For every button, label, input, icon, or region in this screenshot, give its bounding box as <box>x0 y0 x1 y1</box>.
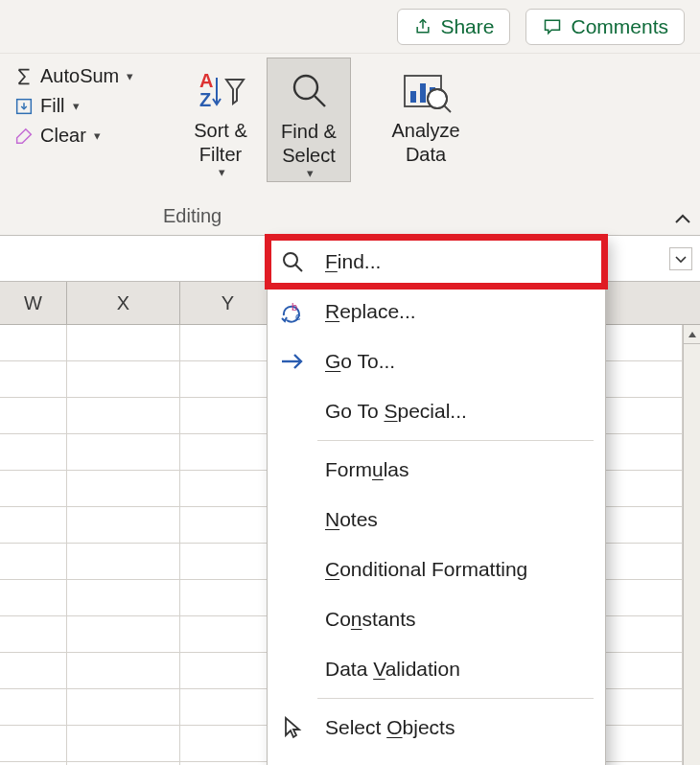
column-header-label: X <box>117 292 129 314</box>
magnifier-icon <box>280 249 305 274</box>
analyze-data-button[interactable]: Analyze Data <box>379 58 473 167</box>
sort-filter-label-2: Filter <box>199 144 242 165</box>
chevron-down-icon: ▾ <box>73 99 80 113</box>
sort-filter-icon: A Z <box>194 68 247 114</box>
menu-item-label: Conditional Formatting <box>325 558 527 581</box>
share-button[interactable]: Share <box>397 9 510 45</box>
menu-item-label: Notes <box>325 508 378 531</box>
menu-item-replace[interactable]: b c Replace... <box>268 287 605 336</box>
chevron-down-icon <box>674 254 688 264</box>
fill-label: Fill <box>40 95 65 117</box>
menu-item-selection-pane[interactable]: Selection Pane... <box>268 753 605 765</box>
sort-filter-label-1: Sort & <box>178 119 263 143</box>
analyze-data-label-2: Data <box>379 143 473 167</box>
scroll-up-button[interactable] <box>684 325 700 344</box>
svg-text:A: A <box>199 70 213 91</box>
menu-item-goto[interactable]: Go To... <box>268 336 605 386</box>
fill-button[interactable]: Fill ▾ <box>10 91 171 121</box>
svg-point-3 <box>294 76 317 99</box>
menu-item-label: Constants <box>325 608 416 631</box>
menu-separator <box>317 698 594 699</box>
share-icon <box>413 17 432 36</box>
menu-item-label: Data Validation <box>325 658 460 681</box>
svg-text:c: c <box>295 311 301 322</box>
menu-item-formulas[interactable]: Formulas <box>268 445 605 495</box>
find-select-menu: Find... b c Replace... Go To... Go To Sp… <box>267 236 606 765</box>
sort-filter-button[interactable]: A Z Sort & Filter ▾ <box>178 58 263 180</box>
replace-icon: b c <box>279 300 306 323</box>
svg-rect-6 <box>420 83 426 103</box>
autosum-button[interactable]: AutoSum ▾ <box>10 61 171 91</box>
sigma-icon <box>13 66 35 87</box>
menu-item-label: Select Objects <box>325 716 455 739</box>
svg-text:Z: Z <box>199 89 211 110</box>
column-header[interactable]: W <box>0 282 67 324</box>
chevron-down-icon: ▾ <box>180 165 263 180</box>
arrow-right-icon <box>279 352 306 371</box>
editing-small-commands: AutoSum ▾ Fill ▾ Clear ▾ <box>10 61 171 151</box>
menu-item-label: Formulas <box>325 458 409 481</box>
analyze-data-label-1: Analyze <box>379 119 473 143</box>
comments-button[interactable]: Comments <box>525 9 685 45</box>
column-header[interactable]: Y <box>180 282 276 324</box>
ribbon-editing-group: AutoSum ▾ Fill ▾ Clear ▾ A Z Sort & Filt… <box>0 54 700 236</box>
collapse-ribbon-button[interactable] <box>669 210 696 229</box>
clear-label: Clear <box>40 125 86 147</box>
menu-item-conditional-formatting[interactable]: Conditional Formatting <box>268 545 605 594</box>
autosum-label: AutoSum <box>40 65 119 87</box>
analyze-data-icon <box>399 68 453 114</box>
chevron-down-icon: ▾ <box>269 166 350 181</box>
column-header[interactable]: X <box>67 282 180 324</box>
magnifier-icon <box>287 70 331 114</box>
menu-item-label: Go To Special... <box>325 400 467 423</box>
title-bar-actions: Share Comments <box>0 0 700 54</box>
ribbon-group-label: Editing <box>163 205 222 227</box>
find-select-label-2: Select <box>282 145 336 166</box>
column-header-label: W <box>24 292 42 314</box>
menu-item-label: Find... <box>325 250 381 273</box>
svg-point-10 <box>284 253 297 267</box>
menu-item-data-validation[interactable]: Data Validation <box>268 644 605 694</box>
comments-icon <box>542 17 563 36</box>
comments-label: Comments <box>571 15 668 38</box>
menu-item-label: Replace... <box>325 300 416 323</box>
menu-item-label: Go To... <box>325 350 395 373</box>
eraser-icon <box>13 126 35 147</box>
menu-item-find[interactable]: Find... <box>268 237 605 287</box>
menu-item-notes[interactable]: Notes <box>268 495 605 545</box>
triangle-up-icon <box>688 331 697 338</box>
menu-item-constants[interactable]: Constants <box>268 594 605 644</box>
clear-button[interactable]: Clear ▾ <box>10 121 171 151</box>
chevron-down-icon: ▾ <box>94 128 101 143</box>
chevron-down-icon: ▾ <box>127 69 133 83</box>
find-select-button[interactable]: Find & Select ▾ <box>267 58 351 182</box>
share-label: Share <box>440 15 494 38</box>
fill-down-icon <box>13 96 35 117</box>
expand-formula-bar-button[interactable] <box>669 247 692 270</box>
cursor-icon <box>282 716 303 739</box>
menu-item-select-objects[interactable]: Select Objects <box>268 703 605 753</box>
svg-rect-5 <box>410 91 416 103</box>
menu-separator <box>317 440 594 441</box>
find-select-label-1: Find & <box>268 120 350 144</box>
chevron-up-icon <box>674 214 691 225</box>
column-header-label: Y <box>222 292 234 314</box>
menu-item-goto-special[interactable]: Go To Special... <box>268 386 605 436</box>
vertical-scrollbar[interactable] <box>683 325 700 765</box>
